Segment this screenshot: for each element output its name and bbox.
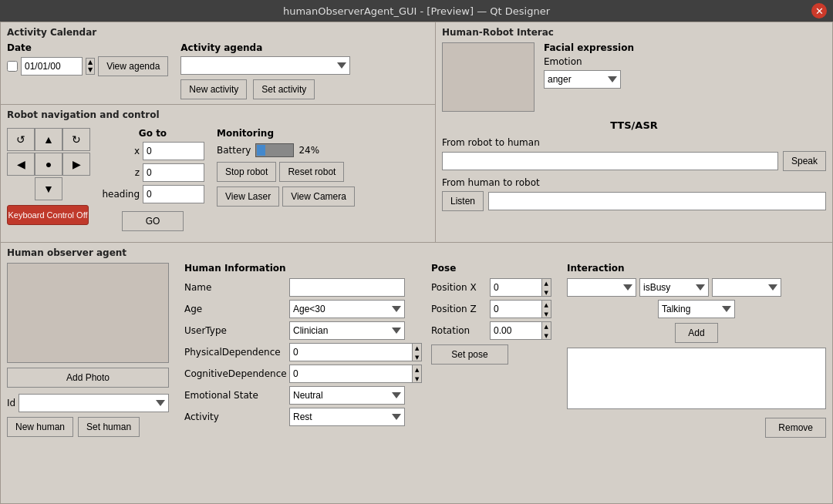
from-human-input[interactable] <box>488 192 826 210</box>
rotation-spin: ▲▼ <box>490 321 551 340</box>
positionx-label: Position X <box>431 282 485 293</box>
window-title: humanObserverAgent_GUI - [Preview] — Qt … <box>22 5 811 17</box>
set-pose-button[interactable]: Set pose <box>431 344 508 365</box>
nav-ccw-button[interactable]: ↺ <box>7 128 35 151</box>
x-input[interactable] <box>143 142 204 160</box>
usertype-label: UserType <box>184 325 285 336</box>
add-photo-button[interactable]: Add Photo <box>7 368 169 388</box>
activity-select[interactable]: Rest Walking Sitting <box>289 408 405 426</box>
go-button[interactable]: GO <box>122 211 184 231</box>
positionz-label: Position Z <box>431 304 485 314</box>
interaction-select1[interactable] <box>567 278 636 297</box>
new-human-button[interactable]: New human <box>7 417 73 437</box>
nav-down-button[interactable]: ▼ <box>35 177 62 200</box>
heading-label: heading <box>101 189 140 200</box>
monitoring-title: Monitoring <box>217 128 355 139</box>
battery-label: Battery <box>217 145 251 156</box>
nav-right-button[interactable]: ▶ <box>62 153 90 176</box>
speak-button[interactable]: Speak <box>783 151 826 171</box>
age-select[interactable]: Age<30 Age 30-60 Age>60 <box>289 300 405 318</box>
facial-label: Facial expression <box>544 42 634 53</box>
activity-calendar-section: Activity Calendar Date ▲ ▼ View agenda <box>0 22 436 104</box>
name-label: Name <box>184 282 285 293</box>
human-observer-title: Human observer agent <box>7 247 826 258</box>
interaction-textarea[interactable] <box>567 348 826 409</box>
battery-bar <box>255 143 294 157</box>
z-input[interactable] <box>143 163 204 182</box>
activity-label: Activity <box>184 412 285 422</box>
nav-center-button[interactable]: ● <box>35 153 62 176</box>
date-label: Date <box>7 42 168 53</box>
from-robot-input[interactable] <box>442 152 778 170</box>
nav-left-button[interactable]: ◀ <box>7 153 35 176</box>
z-label: z <box>101 167 140 178</box>
emotional-select[interactable]: Neutral Happy Sad Angry <box>289 386 405 405</box>
view-camera-button[interactable]: View Camera <box>282 186 355 207</box>
from-human-label: From human to robot <box>442 177 826 188</box>
physical-input[interactable] <box>289 343 413 361</box>
set-human-button[interactable]: Set human <box>78 417 140 437</box>
date-spinner[interactable]: ▲ ▼ <box>86 58 95 75</box>
usertype-select[interactable]: Clinician Patient Other <box>289 321 405 340</box>
age-label: Age <box>184 304 285 314</box>
physical-label: PhysicalDependence <box>184 347 285 358</box>
robot-nav-title: Robot navigation and control <box>7 109 429 120</box>
reset-robot-button[interactable]: Reset robot <box>279 162 344 182</box>
date-input[interactable] <box>21 57 83 76</box>
robot-nav-section: Robot navigation and control ↺ ▲ ↻ ◀ ● ▶ <box>0 104 436 243</box>
talking-select[interactable]: Talking Listening <box>658 300 735 318</box>
positionx-input[interactable] <box>490 278 542 297</box>
physical-spin: ▲▼ <box>289 343 405 361</box>
interaction-title: Interaction <box>567 263 826 274</box>
human-robot-title: Human-Robot Interac <box>442 27 826 38</box>
emotion-label: Emotion <box>544 56 634 67</box>
from-robot-label: From robot to human <box>442 137 826 148</box>
date-checkbox[interactable] <box>7 61 18 72</box>
view-agenda-button[interactable]: View agenda <box>98 56 168 76</box>
emotion-select[interactable]: anger happy sad <box>544 70 621 89</box>
set-activity-button[interactable]: Set activity <box>253 79 315 99</box>
titlebar: humanObserverAgent_GUI - [Preview] — Qt … <box>0 0 833 22</box>
goto-title: Go to <box>101 128 204 139</box>
emotional-label: Emotional State <box>184 390 285 401</box>
x-label: x <box>101 146 140 156</box>
isbusy-select[interactable]: isBusy isNotBusy <box>639 278 709 297</box>
positionz-spin: ▲▼ <box>490 300 551 318</box>
camera-preview <box>442 42 535 112</box>
cognitive-input[interactable] <box>289 365 413 383</box>
human-info-title: Human Information <box>184 263 423 274</box>
keyboard-control-off-button[interactable]: Keyboard Control Off <box>7 205 89 225</box>
nav-up-button[interactable]: ▲ <box>35 128 62 151</box>
cognitive-spin: ▲▼ <box>289 365 405 383</box>
human-observer-section: Human observer agent Add Photo Id New hu… <box>0 243 833 504</box>
stop-robot-button[interactable]: Stop robot <box>217 162 276 182</box>
positionx-spin: ▲▼ <box>490 278 551 297</box>
activity-calendar-title: Activity Calendar <box>7 27 429 38</box>
cognitive-label: CognitiveDependence <box>184 368 285 379</box>
id-label: Id <box>7 398 15 408</box>
pose-title: Pose <box>431 263 559 274</box>
view-laser-button[interactable]: View Laser <box>217 186 279 207</box>
interaction-select3[interactable] <box>712 278 781 297</box>
human-robot-section: Human-Robot Interac Facial expression Em… <box>436 22 833 243</box>
name-input[interactable] <box>289 278 405 297</box>
photo-area <box>7 263 169 363</box>
add-button[interactable]: Add <box>675 323 717 343</box>
close-button[interactable]: ✕ <box>811 3 827 18</box>
id-select[interactable] <box>19 394 169 412</box>
agenda-combo[interactable] <box>180 56 350 75</box>
agenda-title: Activity agenda <box>180 42 429 53</box>
nav-cw-button[interactable]: ↻ <box>62 128 90 151</box>
heading-input[interactable] <box>143 185 204 203</box>
positionz-input[interactable] <box>490 300 542 318</box>
rotation-input[interactable] <box>490 321 542 340</box>
new-activity-button[interactable]: New activity <box>180 79 247 99</box>
battery-fill <box>257 145 265 156</box>
listen-button[interactable]: Listen <box>442 191 484 211</box>
rotation-label: Rotation <box>431 325 485 336</box>
tts-title: TTS/ASR <box>442 119 826 131</box>
remove-button[interactable]: Remove <box>765 418 826 438</box>
battery-percent: 24% <box>298 145 319 156</box>
